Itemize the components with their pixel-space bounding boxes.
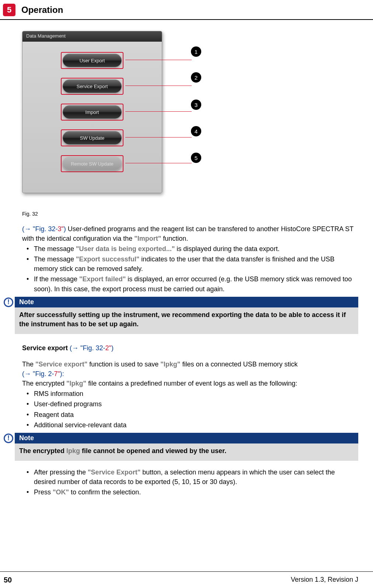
list-item: After pressing the "Service Export" butt… <box>29 467 358 487</box>
page-header: 5 Operation <box>0 0 373 19</box>
callout-line <box>125 163 192 163</box>
note-body: After successfully setting up the instru… <box>15 307 358 334</box>
callout-highlight: Remote SW Update <box>61 155 123 172</box>
footer-rule <box>0 571 373 572</box>
callout-marker-3: 3 <box>191 100 201 110</box>
info-icon: ! <box>4 434 13 443</box>
bullet-list: RMS information User-defined programs Re… <box>22 389 358 429</box>
user-export-button[interactable]: User Export <box>63 54 122 67</box>
list-item: User-defined programs <box>29 399 358 409</box>
service-export-button[interactable]: Service Export <box>63 80 122 93</box>
callout-marker-5: 5 <box>191 153 201 163</box>
callout-highlight: User Export <box>61 52 123 69</box>
note-body: The encrypted lpkg file cannot be opened… <box>15 443 358 461</box>
callout-highlight: SW Update <box>61 129 123 146</box>
callout-marker-1: 1 <box>191 46 201 57</box>
cross-ref: (→ "Fig. 32-2") <box>70 344 114 352</box>
list-item: Reagent data <box>29 410 358 420</box>
callout-highlight: Import <box>61 104 123 121</box>
note-box: ! Note The encrypted lpkg file cannot be… <box>15 433 358 461</box>
list-item: RMS information <box>29 389 358 399</box>
callout-line <box>125 60 192 60</box>
list-item: The message "User data is being exported… <box>29 244 358 254</box>
window-titlebar: Data Management <box>22 31 162 42</box>
figure-caption: Fig. 32 <box>22 211 358 217</box>
chapter-title: Operation <box>21 5 63 15</box>
page-number: 50 <box>4 576 12 584</box>
figure-32: Data Management User Export Service Expo… <box>22 31 358 208</box>
version-label: Version 1.3, Revision J <box>291 576 358 584</box>
remote-sw-update-button[interactable]: Remote SW Update <box>63 157 122 170</box>
note-box: ! Note After successfully setting up the… <box>15 297 358 334</box>
list-item: The message "Export successful" indicate… <box>29 254 358 274</box>
bullet-list: After pressing the "Service Export" butt… <box>22 467 358 497</box>
chapter-badge: 5 <box>3 4 15 16</box>
list-item: If the message "Export failed" is displa… <box>29 274 358 293</box>
list-item: Press "OK" to confirm the selection. <box>29 487 358 497</box>
callout-line <box>125 86 192 86</box>
info-icon: ! <box>4 298 13 307</box>
body-paragraph: The "Service export" function is used to… <box>22 359 358 388</box>
sw-update-button[interactable]: SW Update <box>63 131 122 145</box>
bullet-list: The message "User data is being exported… <box>22 244 358 293</box>
callout-marker-2: 2 <box>191 72 201 83</box>
data-management-window: Data Management User Export Service Expo… <box>22 31 162 193</box>
list-item: Additional service-relevant data <box>29 420 358 430</box>
cross-ref: (→ "Fig. 32-3") <box>22 225 68 233</box>
cross-ref: (→ "Fig. 2-7"): <box>22 370 64 377</box>
callout-line <box>125 137 192 138</box>
callout-marker-4: 4 <box>191 126 201 136</box>
page-footer: 50 Version 1.3, Revision J <box>0 576 373 584</box>
note-header: Note <box>15 433 358 443</box>
callout-highlight: Service Export <box>61 78 123 95</box>
section-heading: Service export (→ "Fig. 32-2") <box>22 344 358 352</box>
import-button[interactable]: Import <box>63 105 122 119</box>
note-header: Note <box>15 297 358 307</box>
callout-line <box>125 111 192 112</box>
body-paragraph: (→ "Fig. 32-3") User-defined programs an… <box>22 224 358 243</box>
